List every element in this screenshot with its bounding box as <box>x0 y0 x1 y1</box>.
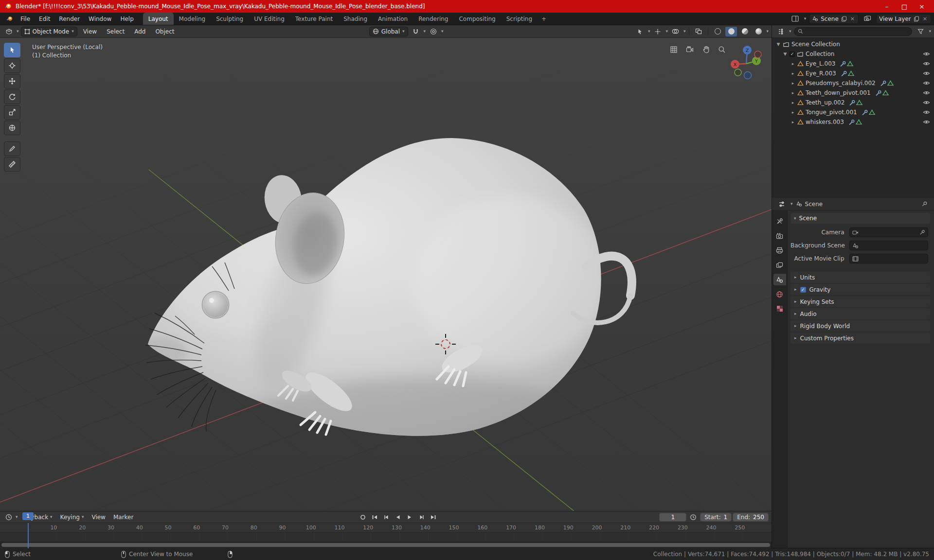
add-workspace-button[interactable]: + <box>538 13 550 25</box>
view-layer-selector[interactable]: View Layer × <box>876 14 931 24</box>
transform-orientation-dropdown[interactable]: Global ▾ <box>369 27 408 36</box>
mode-dropdown[interactable]: Object Mode ▾ <box>21 27 77 36</box>
next-keyframe-icon[interactable] <box>416 513 427 522</box>
collapse-arrow-icon[interactable]: ▼ <box>783 52 788 56</box>
field-input[interactable] <box>849 241 928 250</box>
field-input[interactable] <box>849 254 928 263</box>
gizmo-negative-z-axis[interactable] <box>744 72 752 79</box>
panel-section-header[interactable]: ▸ ✓ Keying Sets <box>790 296 930 307</box>
unlink-scene-icon[interactable]: × <box>849 16 856 22</box>
menu-file[interactable]: File <box>16 13 35 25</box>
workspace-tab[interactable]: Texture Paint <box>290 13 338 25</box>
viewport-menu-select[interactable]: Select <box>103 28 128 35</box>
proportional-editing-icon[interactable] <box>428 27 439 36</box>
mesh-data-icon[interactable] <box>856 119 862 125</box>
scene-panel-header[interactable]: ▾ Scene <box>790 213 930 224</box>
screen-layout-icon[interactable] <box>790 14 801 24</box>
chevron-down-icon[interactable]: ▾ <box>804 17 807 21</box>
editor-type-3d-viewport-icon[interactable] <box>3 27 15 36</box>
viewport-3d[interactable]: User Perspective (Local) (1) Collection <box>0 38 772 511</box>
zoom-magnifier-icon[interactable] <box>717 45 727 54</box>
eye-visibility-icon[interactable] <box>923 61 930 67</box>
timeline-ruler[interactable]: 1020304050607080901001101201301401501601… <box>0 523 772 533</box>
eye-visibility-icon[interactable] <box>923 70 930 76</box>
tool-scale[interactable] <box>4 105 20 120</box>
timeline-menu-view[interactable]: View <box>88 514 108 521</box>
expand-arrow-icon[interactable]: ▸ <box>790 90 795 95</box>
mesh-data-icon[interactable] <box>856 100 862 105</box>
eye-visibility-icon[interactable] <box>923 80 930 86</box>
use-preview-range-clock-icon[interactable] <box>687 512 699 522</box>
workspace-tab[interactable]: Sculpting <box>211 13 249 25</box>
outliner-object-row[interactable]: ▸ Pseudomys_calabyi.002 <box>772 78 934 88</box>
playhead[interactable]: 1 <box>22 512 34 520</box>
chevron-down-icon[interactable]: ▾ <box>648 29 650 34</box>
viewport-3d-scene[interactable] <box>0 38 772 511</box>
scene-selector[interactable]: Scene × <box>809 14 859 24</box>
modifier-wrench-icon[interactable] <box>848 119 855 125</box>
outliner-object-row[interactable]: ▸ Tongue_pivot.001 <box>772 107 934 117</box>
timeline-menu-marker[interactable]: Marker <box>110 514 137 521</box>
close-button[interactable]: × <box>914 1 930 12</box>
play-icon[interactable] <box>404 513 415 522</box>
modifier-wrench-icon[interactable] <box>880 80 886 87</box>
modifier-wrench-icon[interactable] <box>875 90 881 96</box>
shading-wireframe-icon[interactable] <box>712 27 723 36</box>
orthographic-grid-icon[interactable] <box>669 45 679 54</box>
modifier-wrench-icon[interactable] <box>862 109 868 116</box>
modifier-wrench-icon[interactable] <box>840 61 846 67</box>
chevron-down-icon[interactable]: ▾ <box>790 202 793 206</box>
tool-annotate[interactable] <box>4 141 20 156</box>
proportional-falloff-dropdown-icon[interactable]: ▾ <box>441 29 444 34</box>
workspace-tab[interactable]: Scripting <box>501 13 538 25</box>
tool-cursor[interactable] <box>4 58 20 73</box>
outliner-object-row[interactable]: ▸ Eye_R.003 <box>772 69 934 78</box>
prev-keyframe-icon[interactable] <box>381 513 392 522</box>
remove-view-layer-icon[interactable]: × <box>922 16 928 22</box>
chevron-down-icon[interactable]: ▾ <box>665 29 668 34</box>
outliner-collection-row[interactable]: ▼ ✓ Collection <box>772 49 934 59</box>
expand-arrow-icon[interactable]: ▸ <box>790 100 795 105</box>
auto-keying-record-icon[interactable] <box>358 513 368 522</box>
tool-move[interactable] <box>4 74 20 88</box>
tab-view-layer-icon[interactable] <box>773 259 786 271</box>
tab-tool-icon[interactable] <box>773 215 786 227</box>
jump-to-start-icon[interactable] <box>369 513 380 522</box>
tab-output-icon[interactable] <box>773 245 786 256</box>
panel-section-header[interactable]: ▸ ✓ Rigid Body World <box>790 320 930 332</box>
eye-visibility-icon[interactable] <box>923 51 930 57</box>
chevron-down-icon[interactable]: ▾ <box>789 29 791 34</box>
frame-end-field[interactable]: End:250 <box>733 513 769 522</box>
menu-window[interactable]: Window <box>84 13 116 25</box>
eye-visibility-icon[interactable] <box>923 100 930 105</box>
expand-arrow-icon[interactable]: ▸ <box>790 81 795 86</box>
expand-arrow-icon[interactable]: ▸ <box>790 120 795 124</box>
panel-section-header[interactable]: ▸ ✓ Gravity <box>790 284 930 295</box>
expand-arrow-icon[interactable]: ▸ <box>790 71 795 76</box>
mesh-data-icon[interactable] <box>882 90 889 96</box>
field-input[interactable] <box>849 228 928 237</box>
timeline-menu-keying[interactable]: Keying▾ <box>57 514 88 521</box>
tool-rotate[interactable] <box>4 89 20 104</box>
viewport-menu-object[interactable]: Object <box>151 28 178 35</box>
shading-options-dropdown-icon[interactable]: ▾ <box>766 29 769 34</box>
workspace-tab[interactable]: Compositing <box>453 13 501 25</box>
maximize-button[interactable]: □ <box>896 1 913 12</box>
toggle-xray-icon[interactable] <box>693 27 704 36</box>
gravity-checkbox[interactable]: ✓ <box>800 287 806 293</box>
eyedropper-icon[interactable] <box>919 229 925 235</box>
tab-texture-icon[interactable] <box>773 303 786 315</box>
tool-transform[interactable] <box>4 121 20 135</box>
expand-arrow-icon[interactable]: ▸ <box>790 61 795 66</box>
current-frame-field[interactable]: 1 <box>659 513 686 522</box>
eye-visibility-icon[interactable] <box>923 109 930 115</box>
tab-render-icon[interactable] <box>773 230 786 242</box>
panel-section-header[interactable]: ▸ ✓ Custom Properties <box>790 332 930 344</box>
eye-visibility-icon[interactable] <box>923 119 930 125</box>
workspace-tab[interactable]: Modeling <box>174 13 211 25</box>
blender-menu-icon[interactable] <box>3 13 16 25</box>
select-tool-visibility-icon[interactable] <box>634 27 646 36</box>
eye-visibility-icon[interactable] <box>923 90 930 96</box>
viewport-menu-view[interactable]: View <box>79 28 101 35</box>
play-reverse-icon[interactable] <box>393 513 403 522</box>
